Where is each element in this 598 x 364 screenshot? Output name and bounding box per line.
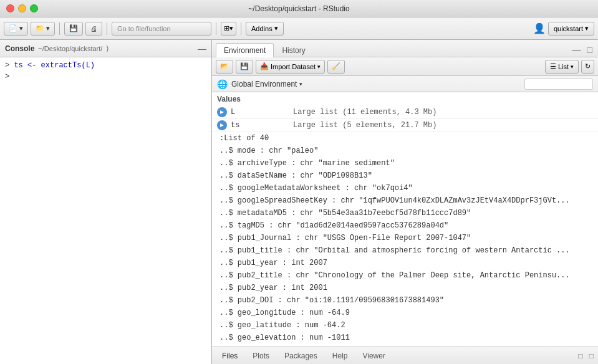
bottom-tab-bar: Files Plots Packages Help Viewer □ □ (212, 347, 598, 364)
refresh-button[interactable]: ↻ (581, 60, 594, 74)
list-line-5: ..$ googleSpreadSheetKey : chr "1qfwPUOV… (212, 194, 598, 207)
tab-environment[interactable]: Environment (216, 43, 274, 57)
open-file-icon: 📁 (36, 24, 44, 32)
env-item-ts-name: ts (231, 121, 281, 130)
load-icon: 📂 (220, 62, 229, 70)
global-env-button[interactable]: Global Environment ▾ (231, 80, 302, 89)
env-item-L[interactable]: L Large list (11 elements, 4.3 Mb) (212, 106, 598, 119)
titlebar: ~/Desktop/quickstart - RStudio (0, 0, 598, 17)
global-env-bar: 🌐 Global Environment ▾ (212, 76, 598, 92)
list-line-2: ..$ archiveType : chr "marine sediment" (212, 157, 598, 170)
list-line-11: ..$ pub2_title : chr "Chronology of the … (212, 269, 598, 282)
list-line-3: ..$ dataSetName : chr "ODP1098B13" (212, 170, 598, 182)
grid-button[interactable]: ⊞ ▾ (221, 22, 236, 36)
user-icon: 👤 (533, 22, 546, 34)
bottom-tab-help[interactable]: Help (325, 349, 355, 363)
list-line-14: ..$ geo_longitude : num -64.9 (212, 307, 598, 319)
quickstart-chevron: ▾ (585, 24, 589, 32)
console-body: > ts <- extractTs(L) > (0, 57, 211, 364)
quickstart-button[interactable]: quickstart ▾ (548, 22, 594, 36)
separator-3 (216, 22, 216, 35)
right-panel: Environment History — □ 📂 💾 📥 Import Dat… (212, 40, 598, 364)
console-tab[interactable]: Console (5, 44, 34, 53)
load-workspace-button[interactable]: 📂 (216, 60, 233, 74)
list-line-10: ..$ pub1_year : int 2007 (212, 257, 598, 269)
console-line-1: > ts <- extractTs(L) (5, 60, 206, 71)
left-panel: Console ~/Desktop/quickstart/ ⟩ — > ts <… (0, 40, 212, 364)
env-item-ts[interactable]: ts Large list (5 elements, 21.7 Mb) (212, 119, 598, 132)
env-item-L-desc: Large list (11 elements, 4.3 Mb) (293, 108, 436, 117)
list-line-1: ..$ mode : chr "paleo" (212, 145, 598, 157)
grid-chevron: ▾ (229, 24, 233, 32)
print-button[interactable]: 🖨 (85, 22, 102, 36)
svg-marker-1 (220, 123, 224, 127)
save-icon: 💾 (69, 24, 78, 32)
bottom-tab-packages[interactable]: Packages (277, 349, 325, 363)
list-label: List (558, 63, 569, 70)
global-env-label: Global Environment (231, 80, 297, 89)
quickstart-label: quickstart (554, 25, 583, 32)
maximize-panel-button[interactable]: □ (586, 44, 594, 55)
save-workspace-button[interactable]: 💾 (236, 60, 253, 74)
maximize-button[interactable] (30, 4, 38, 12)
addins-button[interactable]: Addins ▾ (246, 22, 284, 36)
clear-console-button[interactable]: 🧹 (327, 60, 345, 74)
titlebar-buttons (6, 4, 38, 12)
new-file-button[interactable]: 📄 ▾ (4, 22, 28, 36)
addins-chevron: ▾ (274, 24, 278, 32)
bottom-maximize-button[interactable]: □ (587, 351, 596, 361)
env-item-L-name: L (231, 108, 281, 117)
list-button[interactable]: ☰ List ▾ (545, 60, 579, 74)
go-to-file-input[interactable]: Go to file/function (112, 22, 211, 36)
import-dataset-button[interactable]: 📥 Import Dataset ▾ (256, 60, 325, 74)
console-path: ~/Desktop/quickstart/ (38, 45, 102, 52)
list-content: :List of 40 ..$ mode : chr "paleo" ..$ a… (212, 132, 598, 344)
save-button[interactable]: 💾 (64, 22, 83, 36)
tab-history[interactable]: History (274, 43, 313, 57)
open-file-chevron: ▾ (46, 24, 50, 32)
broom-icon: 🧹 (332, 62, 340, 70)
global-env-chevron: ▾ (299, 81, 302, 87)
minimize-panel-button[interactable]: — (571, 44, 583, 55)
tab-bar: Environment History — □ (212, 40, 598, 57)
list-line-12: ..$ pub2_year : int 2001 (212, 282, 598, 294)
bottom-tab-files[interactable]: Files (215, 349, 245, 363)
refresh-icon: ↻ (585, 62, 591, 70)
grid-icon: ⊞ (224, 24, 229, 32)
list-line-6: ..$ metadataMD5 : chr "5b54e3aa31b7eebcf… (212, 207, 598, 219)
save-workspace-icon: 💾 (240, 62, 249, 70)
list-chevron: ▾ (571, 64, 574, 70)
main-toolbar: 📄 ▾ 📁 ▾ 💾 🖨 Go to file/function ⊞ ▾ Addi… (0, 17, 598, 40)
list-line-8: ..$ pub1_Journal : chr "USGS Open-File R… (212, 232, 598, 244)
console-header: Console ~/Desktop/quickstart/ ⟩ — (0, 40, 211, 57)
svg-marker-0 (220, 110, 224, 114)
print-icon: 🖨 (90, 25, 97, 32)
import-dataset-label: Import Dataset (271, 63, 316, 70)
tab-right-controls: — □ (571, 44, 594, 57)
list-line-7: ..$ tagMD5 : chr "d1ad6d2e014aed9597acc5… (212, 219, 598, 232)
forward-icon: ⟩ (106, 44, 109, 53)
values-section: Values L Large list (11 elements, 4.3 Mb… (212, 92, 598, 347)
bottom-tab-right: □ □ (577, 351, 596, 361)
list-icon: ☰ (550, 62, 556, 70)
minimize-button[interactable] (18, 4, 26, 12)
list-line-0: :List of 40 (212, 132, 598, 145)
separator-1 (59, 22, 60, 35)
list-line-16: ..$ geo_elevation : num -1011 (212, 332, 598, 344)
console-minimize-button[interactable]: — (198, 44, 206, 54)
import-chevron: ▾ (317, 64, 321, 70)
env-right: ☰ List ▾ ↻ (545, 60, 594, 74)
bottom-minimize-button[interactable]: □ (577, 351, 585, 361)
addins-label: Addins (251, 25, 272, 32)
go-to-file-label: Go to file/function (117, 25, 171, 32)
globe-icon: 🌐 (217, 79, 228, 89)
console-line-2: > (5, 71, 206, 82)
bottom-tab-viewer[interactable]: Viewer (355, 349, 392, 363)
bottom-tab-plots[interactable]: Plots (245, 349, 277, 363)
main-layout: Console ~/Desktop/quickstart/ ⟩ — > ts <… (0, 40, 598, 364)
open-file-button[interactable]: 📁 ▾ (31, 22, 55, 36)
close-button[interactable] (6, 4, 14, 12)
search-input[interactable] (524, 79, 593, 90)
separator-4 (241, 22, 241, 35)
list-line-9: ..$ pub1_title : chr "Orbital and atmosp… (212, 244, 598, 257)
